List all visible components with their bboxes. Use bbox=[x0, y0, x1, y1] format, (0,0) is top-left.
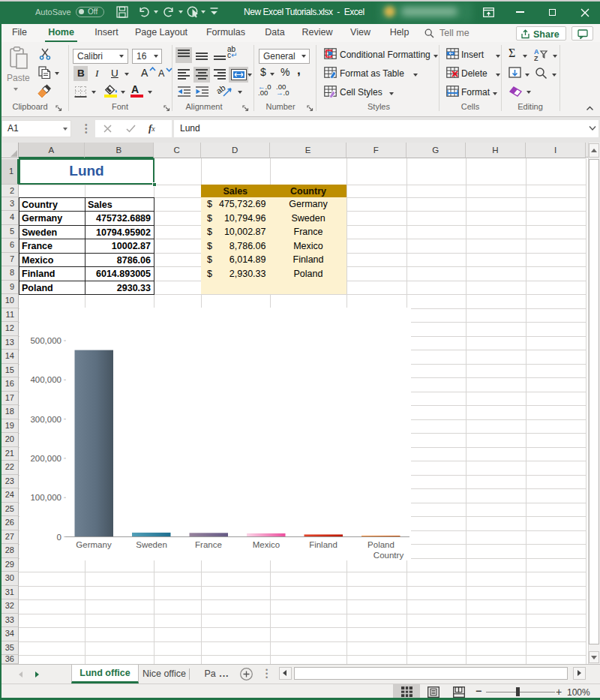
svg-text:400,000: 400,000 bbox=[30, 375, 62, 384]
svg-text:100,000: 100,000 bbox=[30, 493, 62, 502]
svg-text:France: France bbox=[195, 540, 222, 549]
svg-text:Mexico: Mexico bbox=[253, 540, 280, 549]
svg-text:Germany: Germany bbox=[76, 540, 112, 549]
svg-text:200,000: 200,000 bbox=[30, 454, 62, 463]
svg-text:Finland: Finland bbox=[309, 540, 338, 549]
svg-text:300,000: 300,000 bbox=[30, 415, 62, 424]
svg-text:Z: Z bbox=[534, 55, 538, 61]
svg-text:500,000: 500,000 bbox=[30, 336, 62, 345]
svg-text:Sweden: Sweden bbox=[136, 540, 167, 549]
svg-text:Country: Country bbox=[374, 551, 404, 560]
svg-text:0: 0 bbox=[57, 533, 62, 542]
svg-text:Poland: Poland bbox=[368, 540, 394, 549]
